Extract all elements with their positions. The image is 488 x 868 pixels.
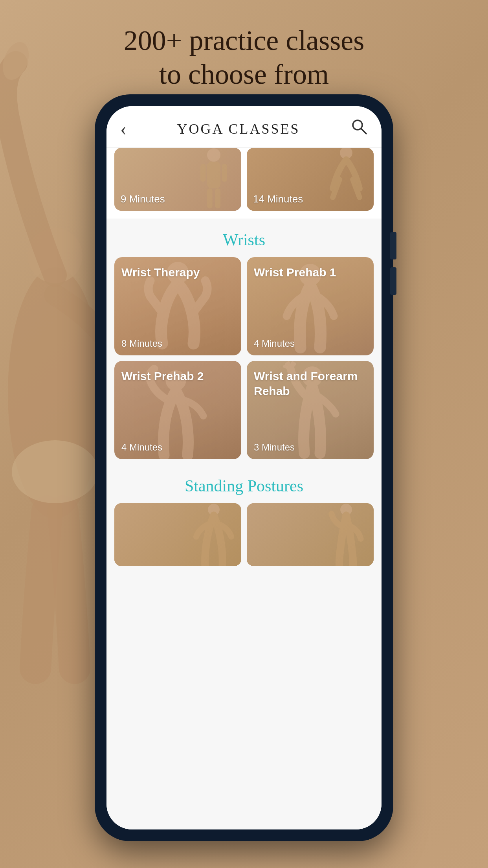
wrist-therapy-title: Wrist Therapy — [121, 265, 234, 280]
svg-rect-11 — [215, 188, 220, 208]
wrists-cards-grid: Wrist Therapy 8 Minutes Wrist Prehab 1 — [106, 257, 382, 465]
standing-card-2[interactable] — [247, 503, 374, 566]
volume-up-button — [390, 232, 396, 259]
hero-section: 200+ practice classes to choose from — [0, 24, 488, 92]
top-cards-row: 9 Minutes 14 Minutes — [106, 148, 382, 219]
wrist-prehab1-duration: 4 Minutes — [254, 338, 295, 349]
svg-rect-7 — [207, 162, 220, 188]
wrist-prehab1-title: Wrist Prehab 1 — [254, 265, 367, 280]
scroll-content[interactable]: 9 Minutes 14 Minutes Wrists — [106, 148, 382, 829]
wrist-forearm-duration: 3 Minutes — [254, 442, 295, 453]
wrist-therapy-duration: 8 Minutes — [121, 338, 162, 349]
wrist-prehab2-card[interactable]: Wrist Prehab 2 4 Minutes — [114, 361, 241, 459]
back-button[interactable]: ‹ — [120, 118, 127, 140]
svg-point-6 — [207, 148, 220, 162]
svg-rect-10 — [207, 188, 213, 208]
phone-screen: ‹ Yoga Classes — [106, 106, 382, 829]
app-header: ‹ Yoga Classes — [106, 106, 382, 148]
wrist-prehab1-card[interactable]: Wrist Prehab 1 4 Minutes — [247, 257, 374, 355]
wrist-therapy-card[interactable]: Wrist Therapy 8 Minutes — [114, 257, 241, 355]
top-card-2-duration: 14 Minutes — [253, 193, 303, 205]
volume-down-button — [390, 267, 396, 295]
svg-line-5 — [361, 129, 366, 134]
top-card-1-duration: 9 Minutes — [121, 193, 165, 205]
standing-postures-section: Standing Postures — [106, 465, 382, 574]
top-card-2[interactable]: 14 Minutes — [247, 148, 374, 211]
svg-rect-8 — [200, 164, 206, 182]
wrists-section-label: Wrists — [106, 219, 382, 257]
search-icon[interactable] — [350, 118, 368, 140]
wrists-section: Wrists Wrist Therapy 8 Minutes — [106, 219, 382, 465]
top-card-1[interactable]: 9 Minutes — [114, 148, 241, 211]
standing-cards-row — [106, 503, 382, 566]
page-title: Yoga Classes — [177, 121, 300, 137]
wrist-forearm-card[interactable]: Wrist and Forearm Rehab 3 Minutes — [247, 361, 374, 459]
standing-section-label: Standing Postures — [106, 465, 382, 503]
svg-rect-9 — [222, 164, 227, 182]
standing-card-1[interactable] — [114, 503, 241, 566]
hero-title: 200+ practice classes to choose from — [0, 24, 488, 92]
wrist-prehab2-title: Wrist Prehab 2 — [121, 369, 234, 384]
svg-point-3 — [12, 440, 98, 503]
wrist-prehab2-duration: 4 Minutes — [121, 442, 162, 453]
wrist-forearm-title: Wrist and Forearm Rehab — [254, 369, 367, 398]
phone-frame: ‹ Yoga Classes — [95, 94, 393, 841]
